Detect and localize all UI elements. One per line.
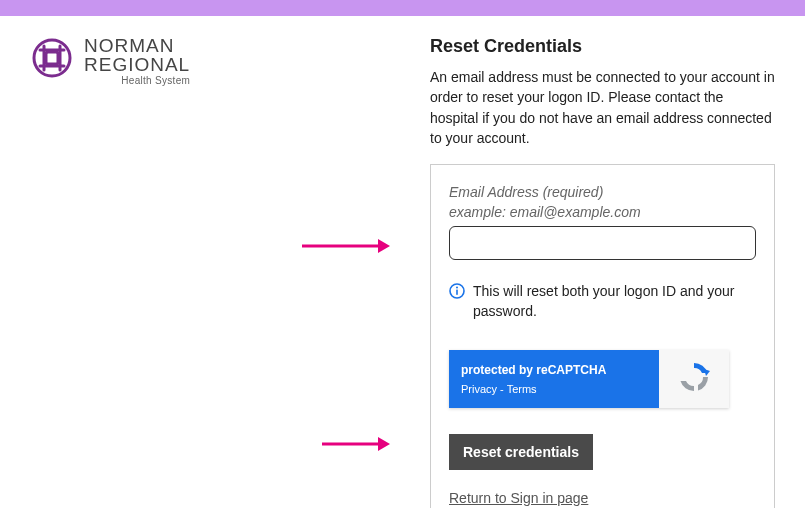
- page-title: Reset Credentials: [430, 36, 775, 57]
- main-content: Reset Credentials An email address must …: [430, 36, 775, 508]
- info-text: This will reset both your logon ID and y…: [473, 282, 756, 321]
- recaptcha-privacy-link[interactable]: Privacy: [461, 383, 497, 395]
- brand-line2: REGIONAL: [84, 55, 190, 74]
- recaptcha-icon: [676, 359, 712, 398]
- recaptcha-left-panel: protected by reCAPTCHA Privacy - Terms: [449, 350, 659, 408]
- svg-marker-3: [378, 239, 390, 253]
- info-message: This will reset both your logon ID and y…: [449, 282, 756, 321]
- brand-line1: NORMAN: [84, 36, 190, 55]
- reset-credentials-button[interactable]: Reset credentials: [449, 434, 593, 470]
- recaptcha-protected-label: protected by reCAPTCHA: [461, 363, 647, 377]
- recaptcha-terms-link[interactable]: Terms: [507, 383, 537, 395]
- accent-top-bar: [0, 0, 805, 16]
- recaptcha-links: Privacy - Terms: [461, 383, 647, 395]
- svg-point-8: [456, 287, 458, 289]
- annotation-arrow-icon: [300, 236, 390, 259]
- recaptcha-logo-area: [659, 350, 729, 408]
- svg-marker-5: [378, 437, 390, 451]
- recaptcha-link-separator: -: [497, 383, 507, 395]
- svg-point-0: [34, 40, 70, 76]
- svg-rect-1: [46, 52, 58, 64]
- brand-logo: NORMAN REGIONAL Health System: [30, 36, 210, 86]
- page-container: NORMAN REGIONAL Health System Reset Cred…: [0, 16, 805, 508]
- email-input[interactable]: [449, 226, 756, 260]
- info-icon: [449, 283, 465, 302]
- brand-mark-icon: [30, 36, 74, 83]
- brand-text: NORMAN REGIONAL Health System: [84, 36, 190, 86]
- reset-form: Email Address (required) example: email@…: [430, 164, 775, 508]
- svg-rect-7: [456, 290, 458, 295]
- email-label: Email Address (required): [449, 183, 756, 203]
- recaptcha-widget[interactable]: protected by reCAPTCHA Privacy - Terms: [449, 350, 729, 408]
- brand-subtitle: Health System: [84, 76, 190, 86]
- page-description: An email address must be connected to yo…: [430, 67, 775, 148]
- annotation-arrow-icon: [320, 434, 390, 457]
- return-sign-in-link[interactable]: Return to Sign in page: [449, 490, 588, 506]
- email-hint: example: email@example.com: [449, 203, 756, 223]
